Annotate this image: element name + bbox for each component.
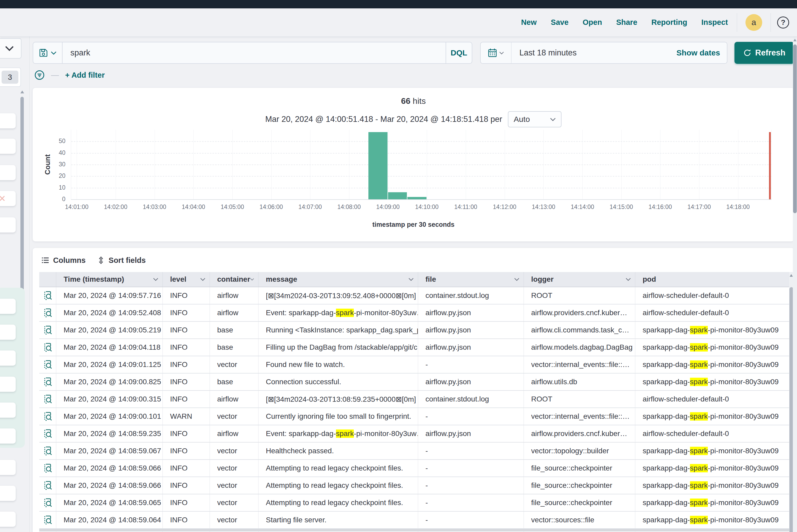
cell-message: [⊠[34m2024-03-20T13:09:52.408+0000⊠[0m] … <box>259 287 418 304</box>
filter-icon[interactable] <box>34 70 45 80</box>
cell-message: Event: sparkapp-dag-spark-pi-monitor-80y… <box>259 304 418 321</box>
interval-select[interactable]: Auto <box>508 111 561 127</box>
field-card[interactable] <box>0 113 16 129</box>
avatar[interactable]: a <box>745 14 762 31</box>
field-card[interactable] <box>0 325 16 340</box>
columns-button[interactable]: Columns <box>41 256 86 265</box>
table-row: Mar 20, 2024 @ 14:09:52.408 INFO airflow… <box>39 304 789 322</box>
cell-file: - <box>418 494 524 511</box>
add-filter-button[interactable]: + Add filter <box>65 71 105 79</box>
x-tick-label: 14:18:00 <box>726 204 750 211</box>
header-time[interactable]: Time (timestamp) <box>56 272 163 287</box>
opensearch-discover-app: New Save Open Share Reporting Inspect a … <box>0 0 797 532</box>
remove-field-icon[interactable]: ✕ <box>0 194 6 203</box>
expand-document-icon[interactable] <box>39 408 56 425</box>
cell-time: Mar 20, 2024 @ 14:08:59.066 <box>56 460 163 477</box>
field-card[interactable]: ✕ <box>0 191 16 206</box>
x-gridline <box>660 130 661 199</box>
expand-document-icon[interactable] <box>39 494 56 511</box>
field-card[interactable] <box>0 165 16 180</box>
expand-document-icon[interactable] <box>39 356 56 373</box>
sidebar-collapse-button[interactable] <box>0 38 21 59</box>
expand-document-icon[interactable] <box>39 425 56 442</box>
x-gridline <box>622 130 622 199</box>
table-row: Mar 20, 2024 @ 14:08:59.235 INFO airflow… <box>39 425 789 442</box>
expand-document-icon[interactable] <box>39 477 56 494</box>
field-card[interactable] <box>0 429 16 443</box>
cell-pod: sparkapp-dag-spark-pi-monitor-80y3uw09 <box>635 477 789 494</box>
sidebar-scroll-arrow[interactable] <box>20 91 24 93</box>
expand-document-icon[interactable] <box>39 512 56 528</box>
expand-document-icon[interactable] <box>39 460 56 477</box>
cell-container: vector <box>210 477 259 494</box>
hits-count: 66 <box>401 96 410 106</box>
cell-file: airflow.py.json <box>418 425 524 442</box>
field-card[interactable] <box>0 139 16 154</box>
table-row: Mar 20, 2024 @ 14:09:01.125 INFO vector … <box>39 356 789 374</box>
cell-file: airflow.py.json <box>418 374 524 390</box>
field-card[interactable] <box>0 350 16 366</box>
scroll-up-arrow[interactable] <box>790 274 793 277</box>
date-picker: Last 18 minutes Show dates <box>480 42 727 64</box>
sort-fields-button[interactable]: Sort fields <box>97 256 146 265</box>
expand-document-icon[interactable] <box>39 304 56 321</box>
nav-save[interactable]: Save <box>551 18 569 27</box>
nav-share[interactable]: Share <box>616 18 637 27</box>
histogram-plot[interactable]: Count 0102030405014:01:0014:02:0014:03:0… <box>71 130 772 200</box>
field-card[interactable] <box>0 460 16 475</box>
expand-document-icon[interactable] <box>39 391 56 407</box>
cell-time: Mar 20, 2024 @ 14:08:59.067 <box>56 442 163 459</box>
cell-level: INFO <box>163 304 210 321</box>
expand-document-icon[interactable] <box>39 442 56 459</box>
table-row: Mar 20, 2024 @ 14:09:05.219 INFO base Ru… <box>39 322 789 339</box>
saved-query-menu-button[interactable] <box>33 42 62 63</box>
show-dates-button[interactable]: Show dates <box>676 49 727 57</box>
nav-new[interactable]: New <box>521 18 537 27</box>
x-tick-label: 14:09:00 <box>376 204 400 211</box>
x-tick-label: 14:11:00 <box>454 204 477 211</box>
field-card[interactable] <box>0 217 16 232</box>
hits-count-line: 66 hits <box>33 96 794 106</box>
help-icon[interactable]: ? <box>777 17 789 28</box>
page-scrollbar[interactable] <box>793 37 797 532</box>
expand-document-icon[interactable] <box>39 322 56 339</box>
table-row: Mar 20, 2024 @ 14:08:59.066 INFO vector … <box>39 460 789 477</box>
header-logger[interactable]: logger <box>524 272 635 287</box>
nav-open[interactable]: Open <box>583 18 602 27</box>
header-container[interactable]: container <box>210 272 259 287</box>
time-range-value[interactable]: Last 18 minutes <box>512 48 676 58</box>
expand-document-icon[interactable] <box>39 339 56 356</box>
cell-time: Mar 20, 2024 @ 14:09:05.219 <box>56 322 163 339</box>
header-file[interactable]: file <box>418 272 524 287</box>
cell-level: WARN <box>163 408 210 425</box>
page-scrollbar-thumb[interactable] <box>793 44 797 213</box>
header-message[interactable]: message <box>259 272 418 287</box>
nav-reporting[interactable]: Reporting <box>651 18 687 27</box>
field-card[interactable] <box>0 402 16 418</box>
nav-inspect[interactable]: Inspect <box>701 18 728 27</box>
header-level[interactable]: level <box>163 272 210 287</box>
scroll-up-arrow[interactable] <box>793 39 796 41</box>
cell-pod: sparkapp-dag-spark-pi-monitor-80y3uw09 <box>635 322 789 339</box>
cell-level: INFO <box>163 322 210 339</box>
horizontal-scrollbar[interactable] <box>39 529 789 531</box>
header-pod[interactable]: pod <box>635 272 789 287</box>
field-card[interactable] <box>0 299 16 314</box>
x-gridline <box>543 130 544 199</box>
cell-logger: airflow.cli.commands.task_c… <box>524 322 635 339</box>
chevron-down-icon <box>408 278 414 281</box>
data-grid: Time (timestamp) level container message <box>39 272 789 532</box>
query-input[interactable] <box>62 48 446 58</box>
field-card[interactable] <box>0 486 16 501</box>
cell-logger: file_source::checkpointer <box>524 494 635 511</box>
field-card[interactable] <box>0 512 16 527</box>
expand-document-icon[interactable] <box>39 287 56 304</box>
refresh-button[interactable]: Refresh <box>735 42 794 64</box>
field-card[interactable] <box>0 377 16 392</box>
expand-document-icon[interactable] <box>39 374 56 390</box>
highlighted-term: spark <box>336 309 354 317</box>
cell-time: Mar 20, 2024 @ 14:08:59.064 <box>56 512 163 528</box>
query-language-button[interactable]: DQL <box>446 42 472 63</box>
time-range-end-marker <box>769 132 771 199</box>
date-quick-select-button[interactable] <box>481 42 512 63</box>
